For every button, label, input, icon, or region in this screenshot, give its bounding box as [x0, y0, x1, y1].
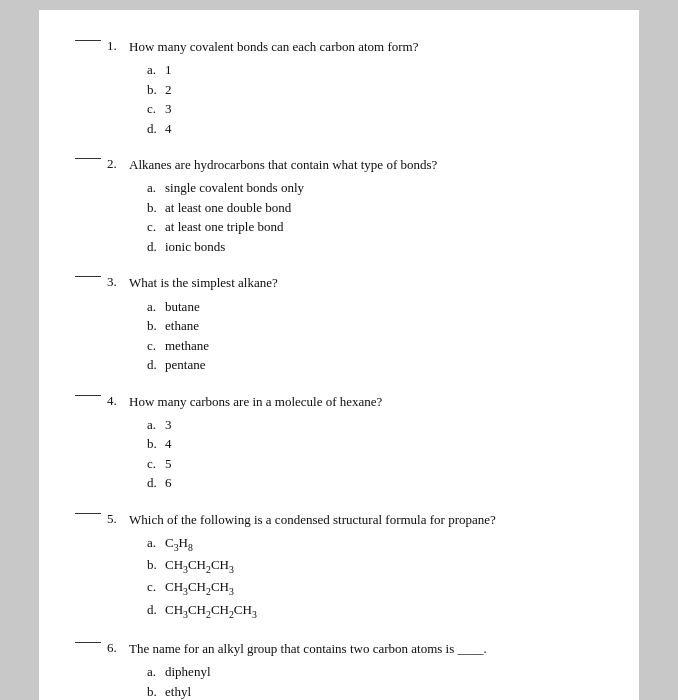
choices-list: a.C3H8b.CH3CH2CH3c.CH3CH2CH3d.CH3CH2CH2C… — [147, 533, 603, 622]
choice-text: butane — [165, 297, 603, 317]
choice-text: methane — [165, 336, 603, 356]
question-number: 2. — [107, 156, 129, 172]
question-item: 6.The name for an alkyl group that conta… — [75, 640, 603, 700]
question-body: Which of the following is a condensed st… — [129, 511, 603, 622]
choice-label: d. — [147, 237, 165, 257]
choice-text: ionic bonds — [165, 237, 603, 257]
choices-list: a.single covalent bonds onlyb.at least o… — [147, 178, 603, 256]
choice-text: CH3CH2CH3 — [165, 555, 603, 577]
choice-label: a. — [147, 662, 165, 682]
question-text: How many covalent bonds can each carbon … — [129, 38, 603, 56]
choice-label: d. — [147, 119, 165, 139]
choice-label: a. — [147, 60, 165, 80]
choice-label: a. — [147, 533, 165, 553]
choice-label: a. — [147, 178, 165, 198]
choice-text: 4 — [165, 434, 603, 454]
choice-item: a.diphenyl — [147, 662, 603, 682]
choice-item: d.pentane — [147, 355, 603, 375]
question-text: The name for an alkyl group that contain… — [129, 640, 603, 658]
choice-label: b. — [147, 198, 165, 218]
choice-item: c.CH3CH2CH3 — [147, 577, 603, 599]
choices-list: a.butaneb.ethanec.methaned.pentane — [147, 297, 603, 375]
question-body: How many covalent bonds can each carbon … — [129, 38, 603, 138]
choice-text: 5 — [165, 454, 603, 474]
answer-blank — [75, 513, 101, 514]
choice-text: 2 — [165, 80, 603, 100]
question-item: 1.How many covalent bonds can each carbo… — [75, 38, 603, 138]
choice-label: b. — [147, 555, 165, 575]
choice-item: b.2 — [147, 80, 603, 100]
choice-item: c.at least one triple bond — [147, 217, 603, 237]
choice-item: b.ethyl — [147, 682, 603, 701]
question-body: How many carbons are in a molecule of he… — [129, 393, 603, 493]
answer-blank — [75, 158, 101, 159]
choice-text: ethyl — [165, 682, 603, 701]
choice-item: c.methane — [147, 336, 603, 356]
question-item: 3.What is the simplest alkane?a.butaneb.… — [75, 274, 603, 374]
question-text: What is the simplest alkane? — [129, 274, 603, 292]
question-body: The name for an alkyl group that contain… — [129, 640, 603, 700]
choice-text: 1 — [165, 60, 603, 80]
exam-page: 1.How many covalent bonds can each carbo… — [39, 10, 639, 700]
question-number: 3. — [107, 274, 129, 290]
choice-label: c. — [147, 336, 165, 356]
choice-label: a. — [147, 415, 165, 435]
choice-item: a.3 — [147, 415, 603, 435]
choice-item: d.4 — [147, 119, 603, 139]
choices-list: a.3b.4c.5d.6 — [147, 415, 603, 493]
choice-text: CH3CH2CH3 — [165, 577, 603, 599]
answer-blank — [75, 40, 101, 41]
answer-blank — [75, 642, 101, 643]
question-text: Which of the following is a condensed st… — [129, 511, 603, 529]
choice-text: at least one double bond — [165, 198, 603, 218]
question-body: What is the simplest alkane?a.butaneb.et… — [129, 274, 603, 374]
question-text: Alkanes are hydrocarbons that contain wh… — [129, 156, 603, 174]
choice-item: b.CH3CH2CH3 — [147, 555, 603, 577]
question-number: 6. — [107, 640, 129, 656]
choice-item: a.single covalent bonds only — [147, 178, 603, 198]
choice-item: b.4 — [147, 434, 603, 454]
question-item: 2.Alkanes are hydrocarbons that contain … — [75, 156, 603, 256]
answer-blank — [75, 395, 101, 396]
choice-item: d.ionic bonds — [147, 237, 603, 257]
choice-label: c. — [147, 99, 165, 119]
choice-item: a.butane — [147, 297, 603, 317]
question-text: How many carbons are in a molecule of he… — [129, 393, 603, 411]
choice-item: b.ethane — [147, 316, 603, 336]
choice-label: b. — [147, 434, 165, 454]
choice-text: 6 — [165, 473, 603, 493]
choices-list: a.1b.2c.3d.4 — [147, 60, 603, 138]
choice-text: diphenyl — [165, 662, 603, 682]
choice-label: c. — [147, 454, 165, 474]
choice-label: b. — [147, 682, 165, 701]
choices-list: a.diphenylb.ethylc.dimethyld.propyl — [147, 662, 603, 700]
question-number: 4. — [107, 393, 129, 409]
choice-label: c. — [147, 217, 165, 237]
choice-text: single covalent bonds only — [165, 178, 603, 198]
choice-label: d. — [147, 473, 165, 493]
choice-item: a.C3H8 — [147, 533, 603, 555]
choice-text: 3 — [165, 99, 603, 119]
choice-label: d. — [147, 355, 165, 375]
choice-text: 3 — [165, 415, 603, 435]
choice-label: b. — [147, 316, 165, 336]
question-number: 1. — [107, 38, 129, 54]
choice-label: d. — [147, 600, 165, 620]
question-number: 5. — [107, 511, 129, 527]
choice-item: c.5 — [147, 454, 603, 474]
question-item: 5.Which of the following is a condensed … — [75, 511, 603, 622]
questions-list: 1.How many covalent bonds can each carbo… — [75, 38, 603, 700]
choice-label: a. — [147, 297, 165, 317]
choice-text: at least one triple bond — [165, 217, 603, 237]
choice-text: pentane — [165, 355, 603, 375]
choice-text: CH3CH2CH2CH3 — [165, 600, 603, 622]
choice-text: 4 — [165, 119, 603, 139]
choice-item: a.1 — [147, 60, 603, 80]
choice-text: ethane — [165, 316, 603, 336]
question-item: 4.How many carbons are in a molecule of … — [75, 393, 603, 493]
choice-label: b. — [147, 80, 165, 100]
choice-item: d.6 — [147, 473, 603, 493]
question-body: Alkanes are hydrocarbons that contain wh… — [129, 156, 603, 256]
answer-blank — [75, 276, 101, 277]
choice-label: c. — [147, 577, 165, 597]
